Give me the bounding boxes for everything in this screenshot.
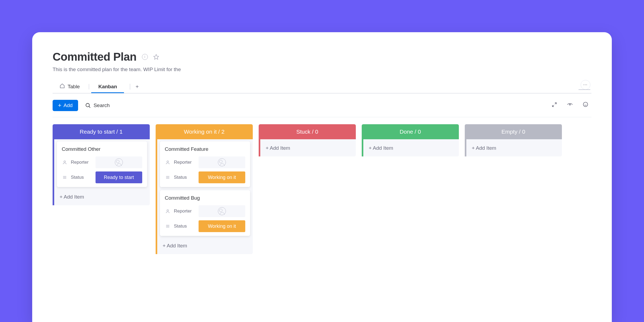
- column-body: + Add Item: [259, 139, 356, 156]
- tab-kanban[interactable]: Kanban: [91, 80, 124, 93]
- chat-icon[interactable]: [582, 101, 589, 108]
- status-field[interactable]: Working on it: [199, 220, 245, 232]
- search-input[interactable]: Search: [85, 103, 110, 108]
- list-icon: [62, 174, 68, 180]
- tabs: Table Kanban + ⋯: [53, 80, 591, 93]
- kanban-column: Stuck / 0+ Add Item: [259, 124, 356, 254]
- add-item-button[interactable]: + Add Item: [57, 190, 147, 205]
- column-header[interactable]: Done / 0: [362, 124, 459, 139]
- add-item-button[interactable]: + Add Item: [263, 141, 353, 156]
- kanban-column: Empty / 0+ Add Item: [465, 124, 562, 254]
- tab-separator: [130, 84, 130, 90]
- kanban-column: Working on it / 2Committed FeatureReport…: [156, 124, 253, 254]
- reporter-label: Reporter: [174, 208, 195, 214]
- search-label: Search: [94, 103, 110, 108]
- card-title: Committed Bug: [165, 195, 245, 201]
- column-body: + Add Item: [465, 139, 562, 156]
- avatar-placeholder-icon: [218, 158, 226, 166]
- more-menu-icon[interactable]: ⋯: [581, 80, 590, 90]
- column-header[interactable]: Ready to start / 1: [53, 124, 150, 139]
- favorite-icon[interactable]: [153, 54, 159, 60]
- add-item-button[interactable]: + Add Item: [366, 141, 456, 156]
- list-icon: [165, 174, 171, 180]
- toolbar-right: [551, 101, 589, 108]
- status-label: Status: [71, 175, 92, 180]
- reporter-label: Reporter: [174, 160, 195, 165]
- add-button[interactable]: + Add: [53, 100, 78, 111]
- svg-point-3: [569, 104, 570, 105]
- status-field[interactable]: Working on it: [199, 171, 245, 183]
- column-body: Committed FeatureReporterStatusWorking o…: [156, 139, 253, 254]
- status-field[interactable]: Ready to start: [96, 171, 142, 183]
- kanban-card[interactable]: Committed FeatureReporterStatusWorking o…: [160, 141, 250, 187]
- add-button-label: Add: [64, 103, 73, 108]
- column-body: + Add Item: [362, 139, 459, 156]
- svg-point-13: [167, 210, 169, 211]
- person-icon: [165, 159, 171, 165]
- expand-icon[interactable]: [551, 101, 558, 108]
- svg-line-2: [89, 107, 90, 108]
- person-icon: [165, 208, 171, 214]
- reporter-label: Reporter: [71, 160, 92, 165]
- reporter-field[interactable]: [96, 156, 142, 168]
- kanban-column: Done / 0+ Add Item: [362, 124, 459, 254]
- reporter-field[interactable]: [199, 156, 245, 168]
- person-icon: [62, 159, 68, 165]
- card-title: Committed Other: [62, 146, 142, 152]
- avatar-placeholder-icon: [218, 207, 226, 215]
- add-tab-button[interactable]: +: [134, 85, 140, 89]
- column-header[interactable]: Stuck / 0: [259, 124, 356, 139]
- show-icon[interactable]: [566, 101, 574, 108]
- board-window: Committed Plan i This is the committed p…: [32, 32, 612, 322]
- svg-marker-0: [154, 54, 159, 59]
- svg-point-1: [86, 103, 89, 107]
- search-icon: [85, 103, 91, 108]
- tab-kanban-label: Kanban: [98, 84, 117, 90]
- svg-point-4: [583, 102, 588, 107]
- info-icon[interactable]: i: [142, 54, 148, 60]
- add-item-button[interactable]: + Add Item: [469, 141, 559, 156]
- toolbar: + Add Search: [53, 100, 591, 117]
- home-icon: [60, 83, 65, 90]
- page-description: This is the committed plan for the team.…: [53, 67, 187, 72]
- kanban-card[interactable]: Committed OtherReporterStatusReady to st…: [57, 141, 147, 187]
- tab-table-label: Table: [68, 84, 80, 90]
- avatar-placeholder-icon: [115, 158, 123, 166]
- header: Committed Plan i: [53, 50, 591, 63]
- column-header[interactable]: Empty / 0: [465, 124, 562, 139]
- card-title: Committed Feature: [165, 146, 245, 152]
- more-underline: [579, 89, 590, 90]
- tab-table[interactable]: Table: [53, 80, 87, 93]
- list-icon: [165, 223, 171, 229]
- svg-point-5: [64, 161, 65, 162]
- status-label: Status: [174, 224, 195, 229]
- tab-divider: [89, 84, 89, 89]
- page-title: Committed Plan: [53, 50, 137, 63]
- column-header[interactable]: Working on it / 2: [156, 124, 253, 139]
- reporter-field[interactable]: [199, 205, 245, 217]
- kanban-board: Ready to start / 1Committed OtherReporte…: [53, 124, 591, 254]
- kanban-column: Ready to start / 1Committed OtherReporte…: [53, 124, 150, 254]
- svg-point-9: [167, 161, 169, 162]
- status-label: Status: [174, 175, 195, 180]
- kanban-card[interactable]: Committed BugReporterStatusWorking on it: [160, 190, 250, 236]
- add-item-button[interactable]: + Add Item: [160, 239, 250, 254]
- column-body: Committed OtherReporterStatusReady to st…: [53, 139, 150, 205]
